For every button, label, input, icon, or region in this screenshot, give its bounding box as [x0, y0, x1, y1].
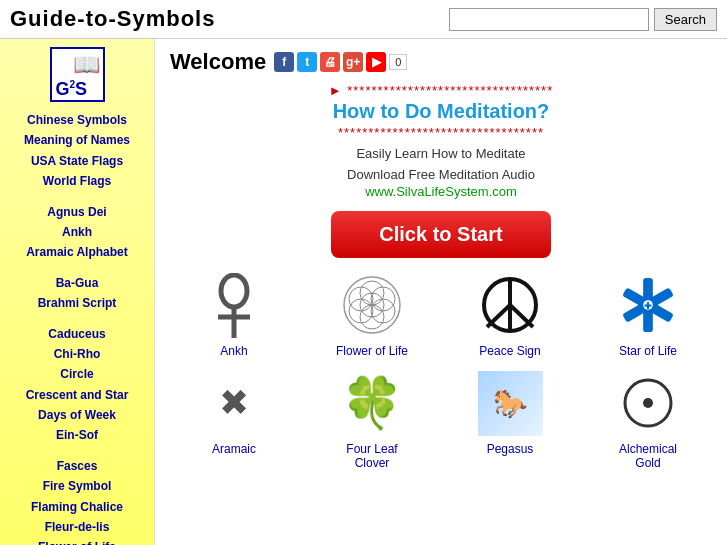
flower-label[interactable]: Flower of Life — [336, 344, 408, 358]
ankh-image — [199, 270, 269, 340]
search-area: Search — [449, 8, 717, 31]
logo-text: G2S — [56, 80, 88, 98]
alchemy-image — [613, 368, 683, 438]
title-sep1: -to- — [77, 6, 116, 31]
ad-text1: Easily Learn How to Meditate — [170, 146, 712, 161]
alchemy-svg — [621, 376, 676, 431]
sidebar-item-bagua[interactable]: Ba-Gua — [5, 273, 149, 293]
sidebar-item-aramaic[interactable]: Aramaic Alphabet — [5, 242, 149, 262]
aramaic-label[interactable]: Aramaic — [212, 442, 256, 456]
symbol-ankh: Ankh — [170, 270, 298, 358]
sidebar-item-ankh[interactable]: Ankh — [5, 222, 149, 242]
welcome-title: Welcome — [170, 49, 266, 75]
layout: 📖 G2S Chinese Symbols Meaning of Names U… — [0, 39, 727, 545]
header: Guide-to-Symbols Search — [0, 0, 727, 39]
sidebar: 📖 G2S Chinese Symbols Meaning of Names U… — [0, 39, 155, 545]
clover-image: 🍀 — [337, 368, 407, 438]
ad-link[interactable]: www.SilvaLifeSystem.com — [365, 184, 517, 199]
sidebar-item-einsof[interactable]: Ein-Sof — [5, 425, 149, 445]
book-icon: 📖 — [73, 52, 100, 78]
sidebar-item-usa[interactable]: USA State Flags — [5, 151, 149, 171]
symbol-pegasus: 🐎 Pegasus — [446, 368, 574, 470]
pegasus-label[interactable]: Pegasus — [487, 442, 534, 456]
ankh-svg — [209, 273, 259, 338]
aramaic-icon: ✖ — [219, 382, 249, 424]
sidebar-item-flaming[interactable]: Flaming Chalice — [5, 497, 149, 517]
peace-image — [475, 270, 545, 340]
search-button[interactable]: Search — [654, 8, 717, 31]
twitter-icon[interactable]: t — [297, 52, 317, 72]
logo-sub: 2 — [70, 79, 76, 90]
title-part2: Symbols — [117, 6, 216, 31]
youtube-icon[interactable]: ▶ — [366, 52, 386, 72]
sidebar-item-world[interactable]: World Flags — [5, 171, 149, 191]
symbol-clover: 🍀 Four Leaf Clover — [308, 368, 436, 470]
ad-banner: ► ********************************** How… — [170, 83, 712, 199]
clover-icon: 🍀 — [341, 374, 403, 432]
alchemy-label[interactable]: Alchemical Gold — [619, 442, 677, 470]
peace-svg — [480, 275, 540, 335]
ankh-label[interactable]: Ankh — [220, 344, 247, 358]
sidebar-item-days[interactable]: Days of Week — [5, 405, 149, 425]
facebook-icon[interactable]: f — [274, 52, 294, 72]
staroflife-image: ✚ — [613, 270, 683, 340]
staroflife-label[interactable]: Star of Life — [619, 344, 677, 358]
title-part1: Guide — [10, 6, 77, 31]
like-count: 0 — [389, 54, 407, 70]
aramaic-image: ✖ — [199, 368, 269, 438]
flower-svg — [340, 273, 405, 338]
sidebar-item-caduceus[interactable]: Caduceus — [5, 324, 149, 344]
svg-line-14 — [510, 305, 533, 327]
svg-point-0 — [221, 275, 247, 307]
symbol-staroflife: ✚ Star of Life — [584, 270, 712, 358]
asterisk-bottom: ********************************** — [170, 125, 712, 140]
sidebar-item-fire[interactable]: Fire Symbol — [5, 476, 149, 496]
flower-image — [337, 270, 407, 340]
sidebar-item-fasces[interactable]: Fasces — [5, 456, 149, 476]
sidebar-item-agnus[interactable]: Agnus Dei — [5, 202, 149, 222]
print-icon[interactable]: 🖨 — [320, 52, 340, 72]
sidebar-item-circle[interactable]: Circle — [5, 364, 149, 384]
symbol-aramaic: ✖ Aramaic — [170, 368, 298, 470]
svg-point-22 — [643, 398, 653, 408]
sidebar-item-flower[interactable]: Flower of Life — [5, 537, 149, 545]
ad-text2: Download Free Meditation Audio — [170, 167, 712, 182]
asterisk-top: ► ********************************** — [170, 83, 712, 98]
staroflife-svg: ✚ — [618, 275, 678, 335]
ad-title: How to Do Meditation? — [170, 100, 712, 123]
logo-box: 📖 G2S — [5, 47, 149, 102]
social-icons: f t 🖨 g+ ▶ 0 — [274, 52, 407, 72]
symbol-flower: Flower of Life — [308, 270, 436, 358]
logo: 📖 G2S — [50, 47, 105, 102]
sidebar-item-fleur[interactable]: Fleur-de-lis — [5, 517, 149, 537]
pegasus-image: 🐎 — [475, 368, 545, 438]
svg-line-13 — [487, 305, 510, 327]
symbol-alchemy: Alchemical Gold — [584, 368, 712, 470]
sidebar-item-names[interactable]: Meaning of Names — [5, 130, 149, 150]
main-content: Welcome f t 🖨 g+ ▶ 0 ► *****************… — [155, 39, 727, 545]
symbols-grid: Ankh Flower of Life — [170, 270, 712, 470]
googleplus-icon[interactable]: g+ — [343, 52, 363, 72]
clover-label[interactable]: Four Leaf Clover — [346, 442, 397, 470]
sidebar-item-chirho[interactable]: Chi-Rho — [5, 344, 149, 364]
symbol-peace: Peace Sign — [446, 270, 574, 358]
sidebar-item-brahmi[interactable]: Brahmi Script — [5, 293, 149, 313]
site-title: Guide-to-Symbols — [10, 6, 215, 32]
svg-text:✚: ✚ — [644, 301, 652, 311]
sidebar-item-chinese[interactable]: Chinese Symbols — [5, 110, 149, 130]
welcome-header: Welcome f t 🖨 g+ ▶ 0 — [170, 49, 712, 75]
sidebar-item-crescent[interactable]: Crescent and Star — [5, 385, 149, 405]
cta-button[interactable]: Click to Start — [331, 211, 551, 258]
search-input[interactable] — [449, 8, 649, 31]
peace-label[interactable]: Peace Sign — [479, 344, 540, 358]
pegasus-icon: 🐎 — [478, 371, 543, 436]
